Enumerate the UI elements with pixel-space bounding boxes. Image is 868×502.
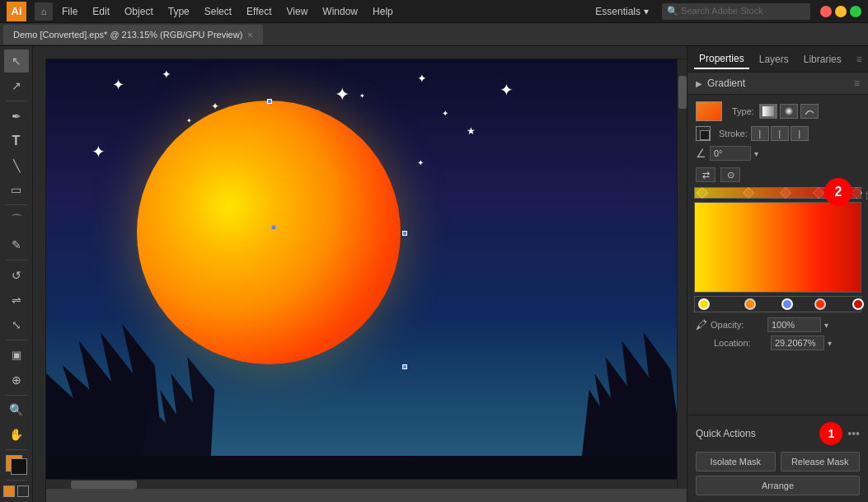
selection-handle[interactable] — [267, 99, 272, 104]
tool-rectangle[interactable]: ▭ — [4, 178, 29, 201]
tab-properties[interactable]: Properties — [694, 49, 749, 69]
tool-mirror[interactable]: ⇌ — [4, 289, 29, 312]
svg-rect-4 — [762, 106, 774, 116]
scroll-thumb-h[interactable] — [71, 481, 137, 489]
panel-options-btn[interactable]: ≡ — [856, 54, 862, 65]
star: ✦ — [500, 80, 514, 100]
workspace-selector[interactable]: Essentials ▾ — [595, 6, 649, 17]
menu-edit[interactable]: Edit — [87, 4, 115, 19]
star: ✦ — [359, 92, 365, 100]
gradient-fill[interactable] — [3, 486, 15, 497]
tool-type[interactable]: T — [4, 129, 29, 152]
star: ★ — [467, 125, 476, 137]
panel-collapse-btn[interactable]: ≡ — [854, 77, 860, 89]
qa-row-1: Isolate Mask Release Mask — [696, 452, 860, 472]
no-fill[interactable] — [17, 486, 29, 497]
star: ✦ — [442, 109, 448, 118]
tool-select[interactable]: ↖ — [4, 49, 29, 73]
menu-select[interactable]: Select — [199, 4, 237, 19]
reverse-gradient-btn[interactable]: ⇄ — [696, 167, 716, 182]
stroke-btn-3[interactable]: | — [791, 126, 809, 141]
stroke-btn-2[interactable]: | — [771, 126, 789, 141]
tool-scale[interactable]: ⤡ — [4, 313, 29, 336]
tool-pencil[interactable]: ✎ — [4, 233, 29, 256]
quick-actions-title: Quick Actions — [696, 428, 756, 439]
tab-libraries[interactable]: Libraries — [799, 50, 847, 68]
eyedropper-icon[interactable]: 🖍 — [696, 318, 707, 331]
stroke-swatch[interactable] — [696, 126, 711, 141]
angle-input[interactable] — [710, 146, 751, 161]
scroll-thumb-v[interactable] — [678, 76, 687, 109]
angle-icon: ∠ — [696, 147, 706, 160]
scene: ✦ ✦ ✦ ✦ ✦ ✦ ★ ✦ ✦ ✦ ✦ ✦ ✦ ✦ — [46, 59, 687, 489]
star: ✦ — [417, 158, 424, 167]
annotation-circle-2: 2 — [824, 178, 852, 206]
more-options-btn[interactable]: ••• — [847, 427, 860, 440]
gradient-type-freeform[interactable] — [800, 104, 819, 119]
location-dropdown-btn[interactable]: ▾ — [828, 339, 832, 348]
gradient-title-text: Gradient — [707, 77, 745, 89]
tool-rotate[interactable]: ↺ — [4, 264, 29, 287]
tool-direct-select[interactable]: ↗ — [4, 74, 29, 97]
left-toolbar: ↖ ↗ ✒ T ╲ ▭ ⌒ ✎ ↺ ⇌ ⤡ ▣ ⊕ 🔍 ✋ — [0, 46, 33, 502]
gradient-type-radial[interactable] — [780, 104, 798, 119]
angle-dropdown-btn[interactable]: ▾ — [754, 149, 758, 158]
delete-stop-btn[interactable]: 🗑 — [864, 188, 868, 201]
gradient-options-btn[interactable]: ⊙ — [720, 167, 740, 182]
app-logo: Ai — [7, 2, 26, 21]
menu-effect[interactable]: Effect — [241, 4, 277, 19]
stroke-row: Stroke: | | | — [696, 126, 860, 141]
bottom-stop-0[interactable] — [698, 298, 710, 310]
stroke-btn-1[interactable]: | — [751, 126, 769, 141]
location-row: Location: ▾ — [696, 335, 860, 350]
menu-view[interactable]: View — [281, 4, 314, 19]
bottom-stop-2[interactable] — [781, 298, 793, 310]
tool-line[interactable]: ╲ — [4, 154, 29, 177]
opacity-label: Opacity: — [711, 320, 764, 330]
scroll-bar-v[interactable] — [677, 59, 687, 489]
window-max-btn[interactable] — [850, 6, 861, 17]
ruler-horizontal — [46, 46, 687, 59]
star: ✦ — [162, 68, 171, 81]
selection-handle[interactable] — [402, 231, 407, 236]
tab-close-btn[interactable]: × — [247, 30, 252, 40]
tab-layers[interactable]: Layers — [754, 50, 794, 68]
tab-title: Demo [Converted].eps* @ 213.15% (RGB/GPU… — [13, 30, 242, 40]
canvas-content[interactable]: ✦ ✦ ✦ ✦ ✦ ✦ ★ ✦ ✦ ✦ ✦ ✦ ✦ ✦ — [46, 59, 687, 489]
bottom-stop-1[interactable] — [744, 298, 756, 310]
tool-paintbrush[interactable]: ⌒ — [4, 209, 29, 232]
gradient-swatch[interactable] — [696, 101, 722, 121]
bottom-stop-3[interactable] — [814, 298, 826, 310]
menu-window[interactable]: Window — [317, 4, 364, 19]
arrange-btn[interactable]: Arrange — [696, 476, 860, 495]
tool-pen[interactable]: ✒ — [4, 105, 29, 128]
annotation-2: 2 — [824, 178, 852, 206]
svg-point-5 — [785, 107, 793, 115]
tool-shape-builder[interactable]: ⊕ — [4, 368, 29, 392]
document-tab[interactable]: Demo [Converted].eps* @ 213.15% (RGB/GPU… — [3, 25, 263, 45]
window-close-btn[interactable] — [820, 6, 832, 17]
gradient-preview-large: 2 — [694, 202, 861, 293]
tool-hand[interactable]: ✋ — [4, 423, 29, 446]
background-color[interactable] — [11, 458, 27, 475]
location-input[interactable] — [771, 335, 824, 350]
gradient-stops-bottom — [694, 296, 861, 312]
menu-help[interactable]: Help — [367, 4, 399, 19]
menu-file[interactable]: File — [56, 4, 83, 19]
location-label: Location: — [714, 338, 767, 348]
opacity-dropdown-btn[interactable]: ▾ — [824, 321, 828, 330]
gradient-panel: ▶ Gradient ≡ Type: — [687, 73, 868, 415]
tool-gradient[interactable]: ▣ — [4, 344, 29, 367]
release-mask-btn[interactable]: Release Mask — [781, 452, 861, 472]
canvas-area: ✦ ✦ ✦ ✦ ✦ ✦ ★ ✦ ✦ ✦ ✦ ✦ ✦ ✦ — [33, 46, 687, 502]
bottom-stop-4[interactable] — [852, 298, 864, 310]
opacity-input[interactable] — [767, 317, 821, 332]
scroll-bar-h[interactable] — [46, 479, 677, 489]
menu-object[interactable]: Object — [119, 4, 159, 19]
menu-type[interactable]: Type — [162, 4, 195, 19]
gradient-type-linear[interactable] — [759, 104, 777, 119]
tool-zoom[interactable]: 🔍 — [4, 398, 29, 421]
isolate-mask-btn[interactable]: Isolate Mask — [696, 452, 776, 472]
home-icon[interactable]: ⌂ — [35, 2, 53, 21]
window-min-btn[interactable] — [835, 6, 847, 17]
